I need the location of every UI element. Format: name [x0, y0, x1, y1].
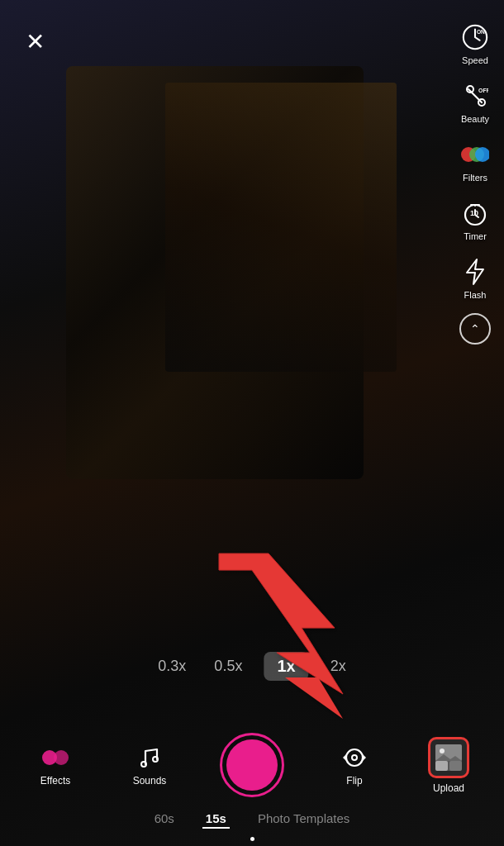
expand-button[interactable]: ⌃: [459, 313, 491, 345]
beauty-icon: OFF: [459, 80, 491, 112]
flip-icon: [343, 744, 366, 771]
right-toolbar: ON Speed OFF Beauty Filters: [456, 17, 494, 345]
close-button[interactable]: ✕: [17, 23, 53, 59]
svg-point-17: [54, 750, 69, 765]
upload-button[interactable]: Upload: [424, 737, 473, 794]
effects-icon: [42, 744, 69, 771]
svg-text:10: 10: [470, 209, 478, 217]
flip-button[interactable]: Flip: [330, 744, 379, 787]
upload-icon: [428, 737, 469, 778]
flash-tool[interactable]: Flash: [456, 251, 494, 305]
svg-point-19: [153, 757, 158, 762]
svg-marker-13: [467, 259, 483, 284]
svg-point-27: [440, 749, 445, 753]
filters-tool[interactable]: Filters: [456, 134, 494, 188]
tab-60s[interactable]: 60s: [151, 810, 178, 829]
svg-point-22: [352, 755, 357, 760]
speed-0.5x[interactable]: 0.5x: [207, 654, 249, 678]
camera-preview: [0, 0, 504, 846]
svg-point-18: [141, 762, 146, 767]
sounds-icon: [139, 744, 160, 771]
svg-text:ON: ON: [477, 29, 485, 35]
timer-icon: 10: [459, 197, 491, 229]
record-button[interactable]: [219, 732, 285, 798]
svg-rect-25: [435, 761, 448, 771]
flip-label: Flip: [346, 775, 362, 787]
effects-label: Effects: [40, 775, 70, 787]
timer-tool[interactable]: 10 Timer: [456, 192, 494, 246]
beauty-tool[interactable]: OFF Beauty: [456, 75, 494, 129]
svg-rect-26: [449, 761, 462, 771]
record-outer-ring: [220, 733, 284, 797]
sounds-button[interactable]: Sounds: [125, 744, 174, 787]
bottom-toolbar: Effects Sounds: [0, 722, 504, 803]
speed-label: Speed: [462, 55, 488, 65]
speed-selector: 0.3x 0.5x 1x 2x: [151, 652, 352, 681]
tab-photo-templates[interactable]: Photo Templates: [254, 810, 353, 829]
record-inner-circle: [226, 739, 278, 791]
svg-marker-20: [363, 754, 366, 761]
flash-icon: [459, 256, 491, 288]
tab-15s[interactable]: 15s: [202, 810, 230, 829]
effects-button[interactable]: Effects: [31, 744, 80, 787]
beauty-label: Beauty: [461, 114, 489, 124]
flash-label: Flash: [464, 290, 487, 300]
bottom-controls: Effects Sounds: [0, 722, 504, 846]
filters-icon: [459, 139, 491, 170]
svg-text:OFF: OFF: [478, 88, 488, 93]
sounds-label: Sounds: [133, 775, 167, 787]
mode-tabs: 60s 15s Photo Templates: [0, 803, 504, 834]
speed-2x[interactable]: 2x: [324, 654, 353, 678]
svg-marker-21: [343, 754, 346, 761]
active-tab-indicator: [250, 837, 254, 841]
speed-tool[interactable]: ON Speed: [456, 17, 494, 70]
filters-label: Filters: [463, 173, 487, 183]
timer-label: Timer: [464, 231, 487, 241]
speed-icon: ON: [459, 21, 491, 53]
upload-label: Upload: [433, 782, 464, 794]
speed-1x[interactable]: 1x: [264, 652, 308, 681]
speed-0.3x[interactable]: 0.3x: [151, 654, 193, 678]
